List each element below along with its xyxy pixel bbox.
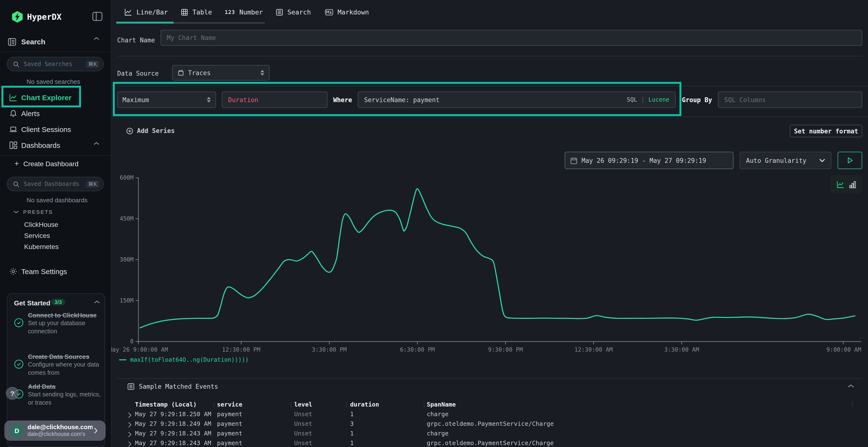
column-resize-handle[interactable]: ⋮ [422, 402, 427, 408]
table-cell: Unset [294, 410, 312, 418]
tab-line-bar[interactable]: Line/Bar [124, 6, 168, 18]
table-cell: 1 [350, 439, 354, 447]
expand-row-icon[interactable] [128, 422, 132, 428]
field-value: Duration [228, 96, 258, 103]
data-source-select[interactable]: Traces [172, 65, 270, 80]
hyperdx-logo-icon [11, 10, 24, 23]
active-tab-underline [116, 22, 174, 24]
data-source-icon [178, 69, 184, 76]
tab-label: Search [287, 8, 311, 16]
table-row[interactable]: May 27 9:29:18.243 AMpaymentUnset1grpc.o… [111, 439, 868, 447]
chart-name-input[interactable] [161, 30, 862, 46]
sidebar-item-client-sessions[interactable]: Client Sessions [0, 122, 111, 137]
chart-series-line [140, 188, 855, 328]
sidebar-item-alerts[interactable]: Alerts [0, 105, 111, 122]
create-dashboard-button[interactable]: + Create Dashboard [14, 160, 79, 168]
saved-dashboards-field[interactable] [23, 180, 86, 188]
granularity-select[interactable]: Auto Granularity [740, 152, 831, 169]
markdown-icon [325, 8, 333, 16]
table-row[interactable]: May 27 9:29:18.250 AMpaymentUnset1charge [111, 410, 868, 420]
expand-row-icon[interactable] [128, 441, 132, 447]
get-started-step[interactable]: Create Data SourcesConfigure where your … [14, 353, 101, 377]
chart-name-field[interactable] [161, 34, 862, 41]
preset-kubernetes[interactable]: Kubernetes [24, 243, 59, 250]
x-axis-tick-label: 3:30:00 AM [664, 346, 699, 353]
tab-label: Number [240, 8, 263, 16]
y-axis-tick-label: 600M [120, 174, 133, 181]
column-header[interactable]: SpanName [427, 401, 456, 408]
sidebar-item-label: Dashboards [21, 141, 60, 149]
saved-searches-field[interactable] [23, 60, 86, 68]
table-row[interactable]: May 27 9:29:18.243 AMpaymentUnset1charge [111, 429, 868, 439]
table-row[interactable]: May 27 9:29:18.249 AMpaymentUnset3grpc.o… [111, 420, 868, 429]
collapse-sidebar-icon[interactable] [92, 11, 103, 21]
select-chevrons-icon [207, 97, 211, 103]
check-circle-icon [14, 318, 24, 328]
date-range-picker[interactable]: May 26 09:29:19 - May 27 09:29:19 [565, 152, 734, 169]
where-label: Where [333, 96, 352, 104]
column-header[interactable]: level [294, 401, 312, 408]
add-series-button[interactable]: Add Series [126, 127, 175, 134]
preset-services[interactable]: Services [24, 232, 50, 239]
sidebar-section-search[interactable]: Search [0, 34, 111, 49]
sql-toggle[interactable]: SQL [627, 96, 637, 103]
sidebar-item-chart-explorer[interactable]: Chart Explorer [0, 90, 111, 105]
column-header[interactable]: duration [350, 401, 379, 408]
no-saved-searches-text: No saved searches [27, 78, 80, 85]
y-axis-tick-label: 450M [120, 215, 133, 222]
duration-line-chart[interactable]: 0150M300M450M600MMay 26 9:00:00 AM12:30:… [111, 171, 868, 370]
column-resize-handle[interactable]: ⋮ [344, 402, 349, 408]
chevron-up-icon[interactable] [94, 300, 100, 304]
group-by-field[interactable] [718, 96, 862, 103]
sidebar-item-label: Alerts [21, 109, 40, 117]
chevron-down-icon [13, 210, 19, 214]
table-menu-icon[interactable]: ⋮ [850, 401, 855, 407]
column-resize-handle[interactable]: ⋮ [288, 402, 294, 408]
sidebar-item-dashboards[interactable]: Dashboards [0, 137, 111, 153]
tab-search[interactable]: Search [276, 6, 311, 18]
expand-row-icon[interactable] [128, 432, 132, 437]
tab-markdown[interactable]: Markdown [325, 6, 369, 18]
group-by-input[interactable] [718, 92, 862, 108]
tab-label: Line/Bar [136, 8, 168, 16]
chart-legend[interactable]: maxIf(toFloat64O..ng(Duration))))) [119, 356, 249, 363]
lucene-toggle[interactable]: Lucene [648, 96, 669, 103]
column-header[interactable]: service [217, 401, 242, 408]
where-value: ServiceName: payment [364, 96, 627, 103]
divider [112, 116, 868, 117]
main-content: Line/BarTable123NumberSearchMarkdown Cha… [111, 0, 868, 447]
saved-searches-input[interactable]: ⌘K [7, 57, 104, 71]
calendar-icon [570, 157, 577, 164]
run-query-button[interactable] [838, 152, 862, 169]
column-resize-handle[interactable]: ⋮ [211, 402, 217, 408]
step-text: Create Data SourcesConfigure where your … [28, 353, 101, 377]
tab-label: Table [192, 8, 212, 16]
column-header[interactable]: Timestamp (Local) [135, 401, 197, 408]
where-input[interactable]: ServiceName: payment SQL | Lucene [358, 92, 676, 108]
field-input[interactable]: Duration [222, 92, 328, 108]
123-icon: 123 [225, 9, 235, 15]
help-button[interactable]: ? [6, 387, 19, 400]
expand-row-icon[interactable] [128, 412, 132, 418]
get-started-step[interactable]: Add DataStart sending logs, metrics, or … [14, 382, 101, 407]
search-section-label: Search [21, 38, 45, 46]
user-menu[interactable]: D dale@clickhouse.com dale@clickhouse.co… [4, 420, 105, 441]
table-cell: 1 [350, 429, 354, 437]
table-cell: May 27 9:29:18.250 AM [135, 410, 211, 418]
collapse-events-icon[interactable] [848, 384, 854, 388]
x-axis-tick-label: May 26 9:00:00 AM [109, 346, 168, 353]
sidebar-item-team-settings[interactable]: Team Settings [0, 264, 111, 279]
set-number-format-button[interactable]: Set number format [790, 125, 862, 137]
dashboards-grid-icon [9, 141, 18, 149]
tab-number[interactable]: 123Number [225, 6, 263, 18]
preset-clickhouse[interactable]: ClickHouse [24, 220, 58, 228]
tab-table[interactable]: Table [181, 6, 212, 18]
step-title: Connect to ClickHouse [28, 311, 101, 319]
divider [112, 86, 868, 86]
chevron-right-icon [94, 427, 98, 434]
aggregation-select[interactable]: Maximum [117, 92, 216, 108]
presets-toggle[interactable]: PRESETS [13, 209, 53, 215]
saved-dashboards-input[interactable]: ⌘K [7, 177, 104, 191]
get-started-title: Get Started [14, 299, 51, 307]
get-started-step[interactable]: Connect to ClickHouseSet up your databas… [14, 311, 101, 336]
